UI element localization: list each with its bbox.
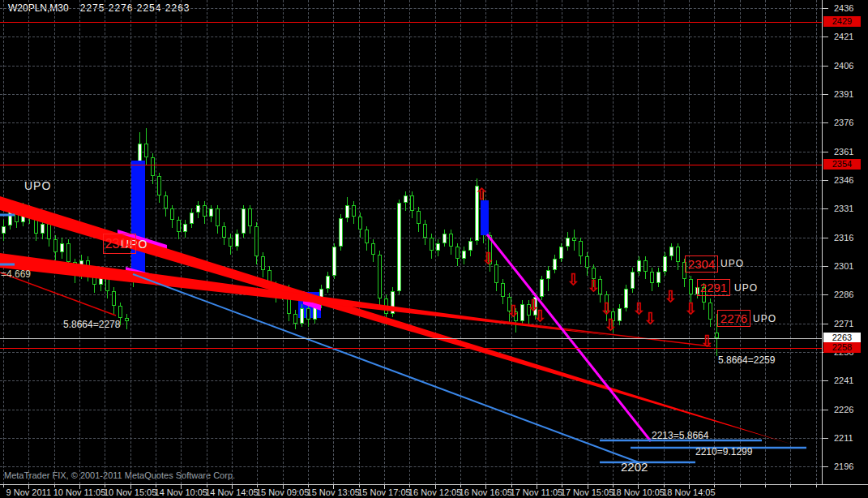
price-level-line <box>0 165 822 165</box>
annotation-label: 5.8664=2259 <box>718 354 775 366</box>
price-axis-tick <box>823 208 828 209</box>
price-axis-tick <box>823 410 828 410</box>
price-axis-label: 2376 <box>834 118 853 127</box>
price-level-line <box>0 22 822 23</box>
price-axis-highlight: 2258 <box>823 342 861 353</box>
price-axis-label: 2361 <box>834 147 853 157</box>
price-axis-label: 2316 <box>834 233 853 243</box>
annotation-label: 2210=9.1299 <box>695 446 752 457</box>
price-axis-label: 2301 <box>834 261 853 271</box>
price-chart-area[interactable]: W20PLN,M302275 2276 2254 2263 MetaTrader… <box>0 0 822 484</box>
price-axis-label: 2241 <box>834 376 853 385</box>
time-axis-minor-tick <box>790 485 791 487</box>
price-axis-tick <box>823 380 828 381</box>
time-axis-minor-tick <box>740 485 741 487</box>
price-axis-tick <box>823 94 828 95</box>
upo-label: UPO <box>24 179 51 192</box>
down-arrow-icon: ⇩ <box>684 301 697 316</box>
price-axis-tick <box>823 266 828 267</box>
up-arrow-icon: ⇧ <box>475 187 488 202</box>
time-axis-label: 18 Nov 14:05 <box>659 487 719 497</box>
price-axis-label: 2421 <box>834 32 853 41</box>
upo-label: UPO <box>720 258 744 269</box>
price-level-line <box>0 348 822 349</box>
down-arrow-icon: ⇩ <box>664 289 677 304</box>
upo-label: UPO <box>753 313 776 324</box>
price-axis-tick <box>823 238 828 238</box>
price-axis-tick <box>823 294 828 295</box>
price-axis-tick <box>823 438 828 439</box>
price-axis-tick <box>823 152 828 152</box>
down-arrow-icon: ⇩ <box>644 311 656 326</box>
price-flag: 2291 <box>697 279 730 296</box>
price-axis-tick <box>823 324 828 324</box>
price-axis-label: 2391 <box>834 89 853 99</box>
price-axis-highlight: 2354 <box>823 159 861 170</box>
price-axis-highlight: 2429 <box>823 16 861 27</box>
down-arrow-icon: ⇩ <box>533 308 546 324</box>
annotation-label: =4.669 <box>1 268 31 280</box>
price-flag: 2276 <box>717 310 750 327</box>
down-arrow-icon: ⇩ <box>481 251 494 266</box>
price-axis-tick <box>823 8 828 9</box>
price-flag: 2304 <box>685 255 718 273</box>
price-axis-tick <box>823 180 828 181</box>
price-axis-tick <box>823 66 828 67</box>
price-axis-label: 2286 <box>834 290 853 299</box>
down-arrow-icon: ⇩ <box>600 301 613 316</box>
down-arrow-icon: ⇩ <box>567 272 579 287</box>
down-arrow-icon: ⇩ <box>507 303 520 319</box>
price-axis-label: 2196 <box>834 462 853 471</box>
down-arrow-icon: ⇩ <box>604 317 617 333</box>
annotation-label: 2213=5.8664 <box>652 430 708 441</box>
metatrader-chart-window: { "window": { "symbol_timeframe": "W20PL… <box>0 0 868 498</box>
price-axis-label: 2211 <box>834 433 853 443</box>
price-axis-label: 2406 <box>834 61 853 71</box>
time-axis-minor-tick <box>816 485 817 487</box>
time-axis-minor-tick <box>765 485 766 487</box>
upo-label: UPO <box>734 282 758 294</box>
price-level-line <box>0 338 822 339</box>
price-axis-tick <box>823 36 828 37</box>
price-flag: 2314 <box>103 234 136 254</box>
down-arrow-icon: ⇩ <box>587 278 600 294</box>
price-axis-label: 2436 <box>834 3 853 13</box>
price-axis-label: 2226 <box>834 405 853 414</box>
time-axis[interactable]: 9 Nov 201110 Nov 11:0510 Nov 15:0514 Nov… <box>0 484 868 498</box>
price-axis-tick <box>823 122 828 123</box>
price-axis-label: 2331 <box>834 204 853 213</box>
annotation-label: 2202 <box>621 460 648 474</box>
annotation-label: 5.8664=2278 <box>63 319 120 330</box>
price-axis-label: 2346 <box>834 175 853 185</box>
down-arrow-icon: ⇩ <box>700 333 713 349</box>
price-axis-tick <box>823 466 828 467</box>
price-axis[interactable]: 2436242124062391237623612346233123162301… <box>822 0 868 484</box>
price-axis-label: 2271 <box>834 319 853 328</box>
